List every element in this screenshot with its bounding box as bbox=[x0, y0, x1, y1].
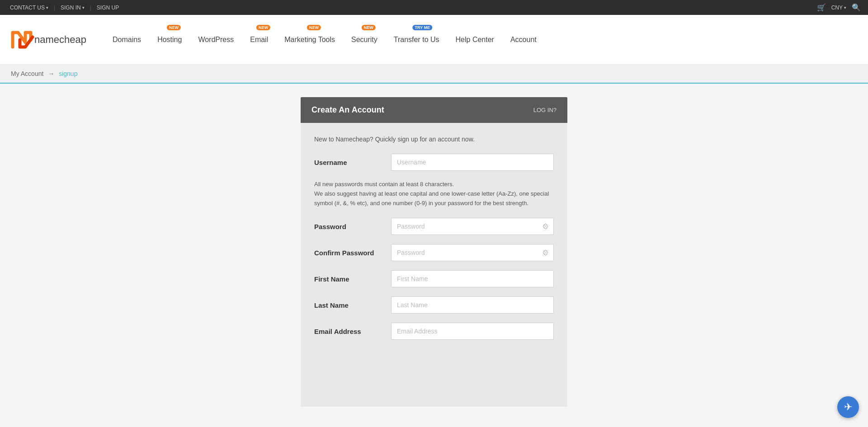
nav-item-hosting[interactable]: NEW Hosting bbox=[149, 15, 190, 65]
email-input[interactable] bbox=[391, 323, 554, 340]
sign-up-label: SIGN UP bbox=[97, 5, 119, 11]
nav-item-domains[interactable]: Domains bbox=[104, 15, 149, 65]
nav-label-security: Security bbox=[351, 36, 377, 44]
nav-label-help-center: Help Center bbox=[456, 36, 494, 44]
password-input-wrap: ⛒ bbox=[391, 218, 554, 235]
email-label: Email Address bbox=[314, 328, 391, 335]
confirm-password-row: Confirm Password ⛒ bbox=[314, 244, 554, 261]
card-body: New to Namecheap? Quickly sign up for an… bbox=[301, 123, 567, 361]
last-name-row: Last Name bbox=[314, 296, 554, 314]
currency-label: CNY bbox=[831, 5, 843, 11]
nav-item-marketing-tools[interactable]: NEW Marketing Tools bbox=[276, 15, 343, 65]
main-content: Create An Account LOG IN? New to Nameche… bbox=[0, 84, 868, 420]
nav-label-domains: Domains bbox=[113, 36, 141, 44]
divider-1: | bbox=[54, 5, 55, 11]
nav-badge-transfer: TRY ME bbox=[412, 25, 432, 30]
nav-item-help-center[interactable]: Help Center bbox=[448, 15, 502, 65]
sign-up-link[interactable]: SIGN UP bbox=[94, 0, 122, 15]
signup-card: Create An Account LOG IN? New to Nameche… bbox=[301, 97, 567, 407]
confirm-password-toggle-icon[interactable]: ⛒ bbox=[543, 249, 549, 256]
password-input[interactable] bbox=[391, 218, 554, 235]
nav-badge-security: NEW bbox=[362, 25, 376, 30]
nav-item-wordpress[interactable]: WordPress bbox=[190, 15, 242, 65]
breadcrumb-arrow: → bbox=[48, 70, 54, 77]
logo-text: namecheap bbox=[34, 34, 86, 46]
sign-in-link[interactable]: SIGN IN ▾ bbox=[58, 0, 87, 15]
nav-label-account: Account bbox=[510, 36, 537, 44]
breadcrumb-my-account: My Account bbox=[11, 70, 43, 77]
breadcrumb-signup-link[interactable]: signup bbox=[59, 70, 77, 77]
last-name-input[interactable] bbox=[391, 296, 554, 314]
password-hint: All new passwords must contain at least … bbox=[314, 180, 554, 208]
email-row: Email Address bbox=[314, 323, 554, 340]
username-input[interactable] bbox=[391, 154, 554, 171]
chat-bubble-icon: ✈ bbox=[844, 401, 852, 413]
nav-badge-marketing: NEW bbox=[307, 25, 321, 30]
first-name-label: First Name bbox=[314, 275, 391, 283]
intro-text: New to Namecheap? Quickly sign up for an… bbox=[314, 136, 554, 143]
nav-item-account[interactable]: Account bbox=[502, 15, 545, 65]
contact-us-chevron: ▾ bbox=[46, 5, 48, 10]
last-name-input-wrap bbox=[391, 296, 554, 314]
first-name-input-wrap bbox=[391, 270, 554, 287]
nav-badge-email: NEW bbox=[256, 25, 270, 30]
search-icon[interactable]: 🔍 bbox=[852, 3, 861, 12]
main-nav: namecheap Domains NEW Hosting WordPress … bbox=[0, 15, 868, 65]
card-header: Create An Account LOG IN? bbox=[301, 97, 567, 123]
sign-in-label: SIGN IN bbox=[61, 5, 81, 11]
first-name-row: First Name bbox=[314, 270, 554, 287]
nav-item-security[interactable]: NEW Security bbox=[343, 15, 386, 65]
login-link[interactable]: LOG IN? bbox=[533, 107, 557, 113]
last-name-label: Last Name bbox=[314, 301, 391, 309]
top-bar-left: CONTACT US ▾ | SIGN IN ▾ | SIGN UP bbox=[7, 0, 817, 15]
nav-label-email: Email bbox=[250, 36, 268, 44]
password-toggle-icon[interactable]: ⛒ bbox=[543, 223, 549, 230]
logo-area[interactable]: namecheap bbox=[11, 30, 86, 50]
contact-us-link[interactable]: CONTACT US ▾ bbox=[7, 0, 51, 15]
first-name-input[interactable] bbox=[391, 270, 554, 287]
nav-item-email[interactable]: NEW Email bbox=[242, 15, 276, 65]
namecheap-logo-icon bbox=[11, 30, 34, 50]
currency-selector[interactable]: CNY ▾ bbox=[831, 5, 846, 11]
username-label: Username bbox=[314, 159, 391, 166]
currency-chevron: ▾ bbox=[844, 5, 846, 10]
password-row: Password ⛒ bbox=[314, 218, 554, 235]
username-row: Username bbox=[314, 154, 554, 171]
chat-bubble-button[interactable]: ✈ bbox=[837, 396, 859, 418]
cart-icon[interactable]: 🛒 bbox=[817, 3, 826, 12]
sign-in-chevron: ▾ bbox=[82, 5, 85, 10]
divider-2: | bbox=[90, 5, 91, 11]
top-bar-right: 🛒 CNY ▾ 🔍 bbox=[817, 3, 861, 12]
confirm-password-input[interactable] bbox=[391, 244, 554, 261]
password-label: Password bbox=[314, 223, 391, 230]
nav-badge-hosting: NEW bbox=[167, 25, 181, 30]
contact-us-label: CONTACT US bbox=[10, 5, 45, 11]
breadcrumb: My Account → signup bbox=[0, 65, 868, 84]
nav-label-hosting: Hosting bbox=[157, 36, 182, 44]
nav-label-wordpress: WordPress bbox=[198, 36, 234, 44]
confirm-password-input-wrap: ⛒ bbox=[391, 244, 554, 261]
confirm-password-label: Confirm Password bbox=[314, 249, 391, 257]
username-input-wrap bbox=[391, 154, 554, 171]
email-input-wrap bbox=[391, 323, 554, 340]
nav-item-transfer[interactable]: TRY ME Transfer to Us bbox=[386, 15, 448, 65]
nav-items: Domains NEW Hosting WordPress NEW Email … bbox=[104, 15, 857, 65]
top-bar: CONTACT US ▾ | SIGN IN ▾ | SIGN UP 🛒 CNY… bbox=[0, 0, 868, 15]
card-title: Create An Account bbox=[311, 105, 384, 115]
nav-label-marketing-tools: Marketing Tools bbox=[284, 36, 335, 44]
nav-label-transfer: Transfer to Us bbox=[394, 36, 439, 44]
